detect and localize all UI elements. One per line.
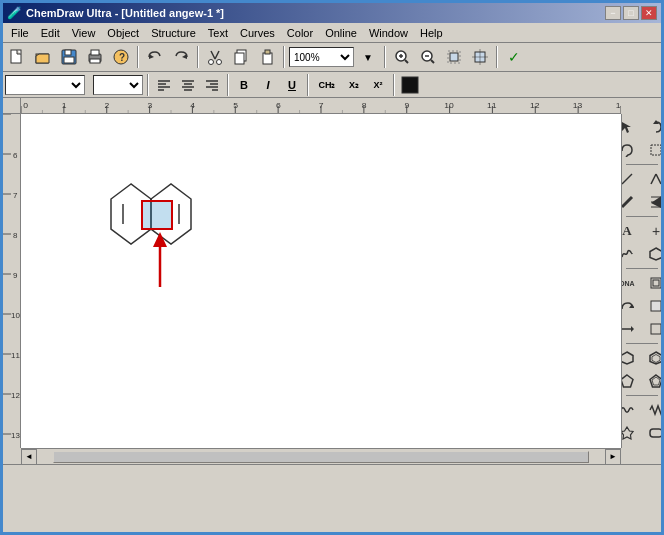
svg-text:10: 10 — [444, 100, 454, 110]
scroll-right-btn[interactable]: ► — [605, 449, 621, 465]
horizontal-scrollbar[interactable]: ◄ ► — [21, 448, 621, 464]
bond-single-btn[interactable] — [621, 168, 641, 190]
menu-curves[interactable]: Curves — [234, 25, 281, 41]
zoom-in-btn[interactable] — [390, 46, 414, 68]
redo-button[interactable] — [169, 46, 193, 68]
round-rect-btn[interactable] — [642, 422, 661, 444]
bond-angle-btn[interactable] — [642, 168, 661, 190]
svg-marker-130 — [652, 377, 660, 385]
maximize-button[interactable]: □ — [623, 6, 639, 20]
dna-btn[interactable]: DNA — [621, 272, 641, 294]
zoom-dropdown-btn[interactable]: ▼ — [356, 46, 380, 68]
fill-color-btn[interactable] — [399, 75, 421, 95]
font-family-select[interactable] — [5, 75, 85, 95]
minimize-button[interactable]: − — [605, 6, 621, 20]
align-center-btn[interactable] — [177, 75, 199, 95]
svg-text:12: 12 — [530, 100, 540, 110]
ch2-btn[interactable]: CH₂ — [313, 75, 341, 95]
subscript-btn[interactable]: X₂ — [343, 75, 365, 95]
zoom-out-btn[interactable] — [416, 46, 440, 68]
font-size-select[interactable] — [93, 75, 143, 95]
actual-size-btn[interactable] — [468, 46, 492, 68]
new-button[interactable] — [5, 46, 29, 68]
menu-structure[interactable]: Structure — [145, 25, 202, 41]
cut-button[interactable] — [203, 46, 227, 68]
scroll-left-btn[interactable]: ◄ — [21, 449, 37, 465]
close-button[interactable]: ✕ — [641, 6, 657, 20]
bold-btn[interactable]: B — [233, 75, 255, 95]
hexagon-btn[interactable] — [621, 347, 641, 369]
svg-text:0: 0 — [23, 100, 28, 110]
svg-rect-0 — [11, 50, 21, 63]
svg-text:7: 7 — [319, 100, 324, 110]
menu-text[interactable]: Text — [202, 25, 234, 41]
text-tool-btn[interactable]: A — [621, 220, 641, 242]
square-bracket-btn[interactable] — [642, 318, 661, 340]
svg-point-13 — [217, 60, 222, 65]
zoom-select[interactable]: 100%50%150%200% — [289, 47, 354, 67]
menu-online[interactable]: Online — [319, 25, 363, 41]
bracket-btn[interactable] — [642, 295, 661, 317]
app-icon: 🧪 — [7, 6, 22, 20]
rotate-btn[interactable] — [642, 116, 661, 138]
svg-text:2: 2 — [105, 100, 110, 110]
undo-button[interactable] — [143, 46, 167, 68]
check-btn[interactable]: ✓ — [502, 46, 526, 68]
help-button[interactable]: ? — [109, 46, 133, 68]
menu-help[interactable]: Help — [414, 25, 449, 41]
svg-marker-107 — [153, 232, 167, 247]
template-btn[interactable] — [642, 272, 661, 294]
align-right-btn[interactable] — [201, 75, 223, 95]
bond-wedge-btn[interactable] — [642, 191, 661, 213]
ring-6-btn[interactable] — [642, 243, 661, 265]
open-button[interactable] — [31, 46, 55, 68]
curve-arrow-btn[interactable] — [621, 295, 641, 317]
align-left-btn[interactable] — [153, 75, 175, 95]
pentagon-filled-btn[interactable] — [642, 370, 661, 392]
svg-rect-121 — [651, 301, 661, 311]
vertical-ruler: 6 7 8 9 10 11 12 13 — [3, 114, 21, 448]
paste-button[interactable] — [255, 46, 279, 68]
save-button[interactable] — [57, 46, 81, 68]
svg-text:8: 8 — [362, 100, 367, 110]
svg-line-24 — [431, 60, 434, 63]
title-bar: 🧪 ChemDraw Ultra - [Untitled angew-1 *] … — [3, 3, 661, 23]
chain-btn[interactable] — [621, 243, 641, 265]
fit-page-btn[interactable] — [442, 46, 466, 68]
wave-btn[interactable] — [621, 399, 641, 421]
reaction-arrow-btn[interactable] — [621, 318, 641, 340]
superscript-btn[interactable]: X² — [367, 75, 389, 95]
svg-line-21 — [405, 60, 408, 63]
pentagon-btn[interactable] — [621, 370, 641, 392]
svg-text:11: 11 — [487, 100, 497, 110]
menu-file[interactable]: File — [5, 25, 35, 41]
print-button[interactable] — [83, 46, 107, 68]
copy-button[interactable] — [229, 46, 253, 68]
select-arrow-btn[interactable] — [621, 116, 641, 138]
ruler-row: 0 1 2 3 4 5 6 7 — [3, 98, 661, 114]
svg-text:6: 6 — [13, 151, 18, 160]
svg-text:10: 10 — [11, 311, 20, 320]
menu-object[interactable]: Object — [101, 25, 145, 41]
lasso-btn[interactable] — [621, 139, 641, 161]
svg-text:13: 13 — [573, 100, 583, 110]
menu-edit[interactable]: Edit — [35, 25, 66, 41]
svg-text:6: 6 — [276, 100, 281, 110]
zigzag-btn[interactable] — [642, 399, 661, 421]
plus-btn[interactable]: + — [642, 220, 661, 242]
hexagon-filled-btn[interactable] — [642, 347, 661, 369]
scrollbar-thumb[interactable] — [53, 451, 589, 463]
toolbar-row-1: ? 100%50%150%200% — [3, 43, 661, 71]
menu-color[interactable]: Color — [281, 25, 319, 41]
svg-text:8: 8 — [13, 231, 18, 240]
svg-rect-3 — [65, 50, 71, 55]
italic-btn[interactable]: I — [257, 75, 279, 95]
bond-bold-btn[interactable] — [621, 191, 641, 213]
marquee-btn[interactable] — [642, 139, 661, 161]
underline-btn[interactable]: U — [281, 75, 303, 95]
ruler-corner — [3, 98, 21, 114]
menu-window[interactable]: Window — [363, 25, 414, 41]
orbital-btn[interactable] — [621, 422, 641, 444]
menu-view[interactable]: View — [66, 25, 102, 41]
canvas-area[interactable] — [21, 114, 621, 448]
